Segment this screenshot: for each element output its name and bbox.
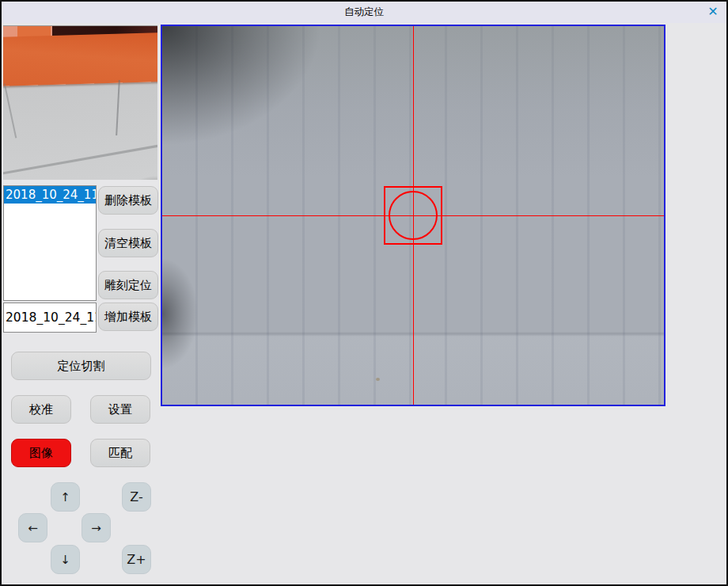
template-list-item[interactable]: 2018_10_24_11 bbox=[4, 186, 96, 204]
add-template-button[interactable]: 增加模板 bbox=[98, 303, 158, 331]
image-button[interactable]: 图像 bbox=[11, 439, 71, 467]
auto-position-dialog: 自动定位 ✕ 2018_10_24_11 删除模板 清空模板 雕刻定位 增加模板… bbox=[0, 0, 728, 586]
delete-template-button[interactable]: 删除模板 bbox=[98, 186, 158, 215]
match-button[interactable]: 匹配 bbox=[90, 439, 150, 467]
camera-view[interactable] bbox=[161, 25, 665, 406]
jog-up-button[interactable]: ↑ bbox=[51, 482, 80, 512]
calibrate-button[interactable]: 校准 bbox=[11, 395, 71, 424]
settings-button[interactable]: 设置 bbox=[90, 395, 150, 424]
template-name-input[interactable] bbox=[3, 303, 97, 333]
thumb-grout-line bbox=[116, 80, 120, 135]
template-list[interactable]: 2018_10_24_11 bbox=[3, 185, 97, 301]
roi-circle bbox=[389, 191, 438, 240]
jog-right-button[interactable]: → bbox=[82, 513, 111, 542]
titlebar: 自动定位 bbox=[2, 2, 726, 23]
dialog-title: 自动定位 bbox=[344, 6, 384, 19]
thumb-grout-line-left bbox=[4, 84, 17, 139]
jog-left-button[interactable]: ← bbox=[18, 513, 47, 542]
jog-z-plus-button[interactable]: Z+ bbox=[122, 545, 151, 574]
jog-z-minus-button[interactable]: Z- bbox=[122, 482, 151, 512]
thumb-dark-object bbox=[114, 170, 157, 180]
surface-speck bbox=[376, 378, 380, 381]
template-thumbnail[interactable] bbox=[3, 25, 157, 180]
jog-down-button[interactable]: ↓ bbox=[51, 545, 80, 574]
engrave-position-button[interactable]: 雕刻定位 bbox=[98, 271, 158, 299]
clear-templates-button[interactable]: 清空模板 bbox=[98, 229, 158, 257]
thumb-orange-board bbox=[3, 32, 157, 86]
position-cut-button[interactable]: 定位切割 bbox=[11, 352, 151, 380]
close-icon[interactable]: ✕ bbox=[705, 4, 721, 20]
